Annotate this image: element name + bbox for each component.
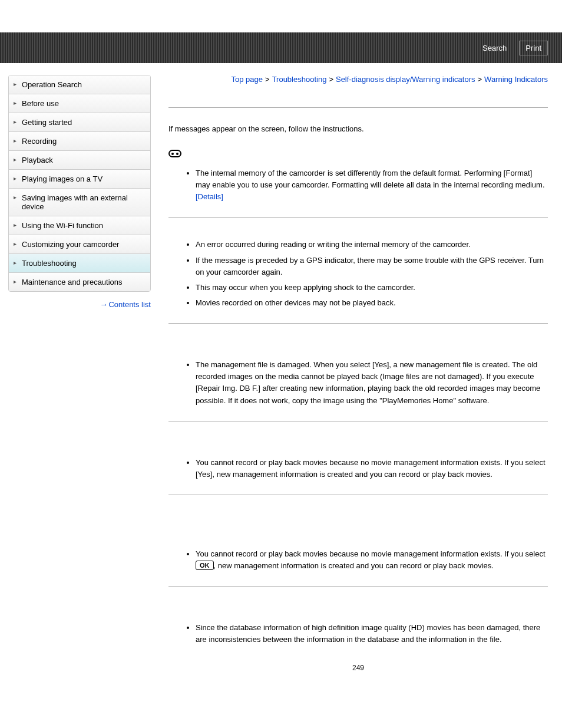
arrow-icon: →: [100, 300, 107, 309]
divider: [168, 421, 548, 421]
nav-item-recording[interactable]: Recording: [9, 132, 150, 151]
nav-item-customizing[interactable]: Customizing your camcorder: [9, 235, 150, 254]
nav-list: Operation Search Before use Getting star…: [8, 75, 151, 292]
breadcrumb-selfdiag[interactable]: Self-diagnosis display/Warning indicator…: [336, 75, 475, 84]
nav-item-maintenance[interactable]: Maintenance and precautions: [9, 273, 150, 291]
internal-memory-icon: [168, 150, 548, 159]
list-item: An error occurred during reading or writ…: [196, 239, 548, 251]
list-item: If the message is preceded by a GPS indi…: [196, 255, 548, 278]
breadcrumb: Top page>Troubleshooting>Self-diagnosis …: [168, 75, 548, 84]
section-2-list: An error occurred during reading or writ…: [168, 239, 548, 309]
divider: [168, 586, 548, 587]
section-6-list: Since the database information of high d…: [168, 622, 548, 645]
page-number: 249: [168, 664, 548, 672]
list-item: The internal memory of the camcorder is …: [196, 167, 548, 203]
item-text: The internal memory of the camcorder is …: [196, 169, 545, 189]
nav-item-playing-tv[interactable]: Playing images on a TV: [9, 170, 150, 189]
breadcrumb-troubleshooting[interactable]: Troubleshooting: [272, 75, 327, 84]
nav-item-getting-started[interactable]: Getting started: [9, 113, 150, 132]
list-item: You cannot record or play back movies be…: [196, 457, 548, 480]
main-content: Top page>Troubleshooting>Self-diagnosis …: [168, 75, 548, 672]
nav-item-before-use[interactable]: Before use: [9, 94, 150, 113]
contents-list-link[interactable]: Contents list: [108, 300, 151, 309]
breadcrumb-top[interactable]: Top page: [232, 75, 263, 84]
nav-item-playback[interactable]: Playback: [9, 151, 150, 170]
intro-text: If messages appear on the screen, follow…: [168, 107, 548, 133]
divider: [168, 323, 548, 324]
nav-item-saving-external[interactable]: Saving images with an external device: [9, 189, 150, 216]
list-item: Movies recorded on other devices may not…: [196, 297, 548, 309]
header-bar: Search Print: [0, 32, 562, 63]
contents-list-link-wrap: →Contents list: [8, 300, 151, 309]
section-5-list: You cannot record or play back movies be…: [168, 548, 548, 572]
sidebar: Operation Search Before use Getting star…: [8, 75, 151, 672]
print-button[interactable]: Print: [519, 41, 548, 55]
divider: [168, 217, 548, 218]
item-text-b: , new management information is created …: [214, 561, 494, 570]
nav-item-troubleshooting[interactable]: Troubleshooting: [9, 254, 150, 273]
item-text-a: You cannot record or play back movies be…: [196, 549, 546, 558]
list-item: Since the database information of high d…: [196, 622, 548, 645]
section-1-list: The internal memory of the camcorder is …: [168, 167, 548, 203]
section-4-list: You cannot record or play back movies be…: [168, 457, 548, 480]
section-3-list: The management file is damaged. When you…: [168, 359, 548, 407]
nav-item-wifi[interactable]: Using the Wi-Fi function: [9, 216, 150, 235]
nav-item-operation-search[interactable]: Operation Search: [9, 75, 150, 94]
list-item: You cannot record or play back movies be…: [196, 548, 548, 572]
list-item: This may occur when you keep applying sh…: [196, 282, 548, 294]
divider: [168, 495, 548, 495]
breadcrumb-current: Warning Indicators: [484, 75, 548, 84]
list-item: The management file is damaged. When you…: [196, 359, 548, 407]
ok-button-icon: OK: [196, 561, 214, 570]
search-button[interactable]: Search: [476, 41, 513, 55]
details-link[interactable]: [Details]: [196, 192, 223, 201]
